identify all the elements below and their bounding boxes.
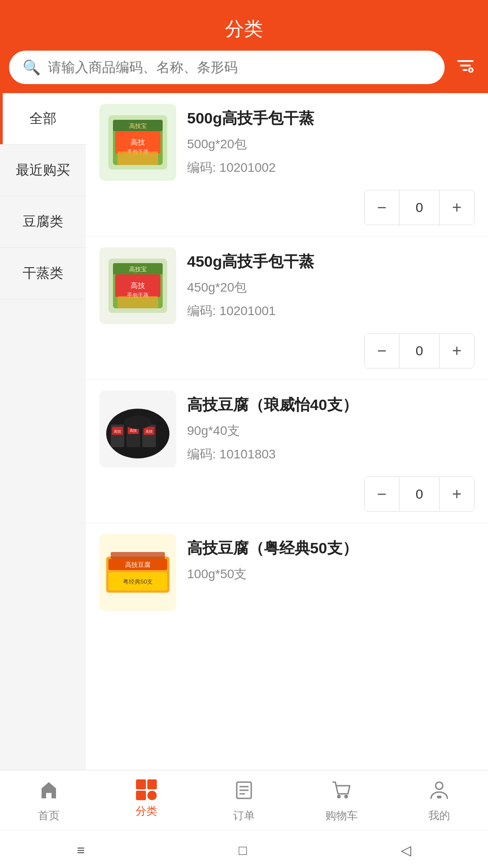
- bottom-nav: 首页 分类 订单: [0, 770, 488, 868]
- product-info: 500g高技手包干蒸 500g*20包 编码: 10201002: [187, 104, 474, 181]
- search-input[interactable]: [48, 60, 431, 75]
- qty-minus-button[interactable]: −: [365, 190, 399, 225]
- product-spec: 450g*20包: [187, 279, 474, 296]
- qty-control: − 0 +: [364, 476, 474, 512]
- svg-text:高技: 高技: [131, 138, 145, 146]
- product-image: 高技 手包干蒸 高技宝: [99, 104, 176, 181]
- product-controls: − 0 +: [99, 476, 474, 512]
- search-icon: 🔍: [23, 59, 41, 76]
- product-controls: − 0 +: [99, 190, 474, 225]
- svg-text:高技: 高技: [145, 429, 153, 434]
- product-controls: − 0 +: [99, 333, 474, 368]
- qty-control: − 0 +: [364, 190, 474, 225]
- nav-bar: 首页 分类 订单: [0, 770, 488, 830]
- product-name: 高技豆腐（琅威怡40支）: [187, 394, 474, 416]
- qty-plus-button[interactable]: +: [440, 334, 474, 368]
- product-name: 高技豆腐（粤经典50支）: [187, 538, 474, 559]
- list-item: 高技豆腐 粤经典50支 高技豆腐（粤经典50支） 100g*50支: [86, 523, 488, 631]
- qty-plus-button[interactable]: +: [440, 477, 474, 511]
- product-top: 高技 手包干蒸 高技宝 450g高技手包干蒸 450g*20包 编码: 1020…: [99, 247, 474, 324]
- svg-rect-42: [111, 552, 165, 559]
- category-icon: [136, 779, 157, 800]
- order-icon: [233, 779, 255, 805]
- svg-rect-14: [117, 151, 158, 165]
- nav-label-mine: 我的: [428, 808, 450, 823]
- android-home-button[interactable]: □: [230, 839, 256, 862]
- qty-minus-button[interactable]: −: [365, 477, 399, 511]
- sidebar-item-tofu[interactable]: 豆腐类: [0, 196, 86, 248]
- page-title: 分类: [9, 16, 479, 42]
- product-code: 编码: 10201002: [187, 159, 474, 176]
- product-spec: 500g*20包: [187, 136, 474, 153]
- svg-text:高技: 高技: [131, 282, 145, 289]
- svg-point-48: [344, 795, 348, 798]
- list-item: 高技 手包干蒸 高技宝 500g高技手包干蒸 500g*20包 编码: 1020…: [86, 93, 488, 236]
- qty-value: 0: [399, 477, 440, 511]
- svg-point-47: [337, 795, 341, 798]
- svg-text:粤经典50支: 粤经典50支: [123, 578, 153, 585]
- product-image: 高技 高技 高技: [99, 391, 176, 467]
- product-info: 450g高技手包干蒸 450g*20包 编码: 10201001: [187, 247, 474, 324]
- android-nav: ≡ □ ◁: [0, 830, 488, 868]
- nav-label-cart: 购物车: [325, 808, 358, 823]
- nav-item-mine[interactable]: 我的: [417, 779, 462, 823]
- product-name: 450g高技手包干蒸: [187, 251, 474, 273]
- list-item: 高技 高技 高技 高技豆腐（琅威怡40支） 90g*40支 编码: 101018…: [86, 380, 488, 523]
- android-menu-button[interactable]: ≡: [68, 839, 94, 862]
- product-code: 编码: 10201001: [187, 302, 474, 320]
- search-input-wrap[interactable]: 🔍: [9, 51, 445, 84]
- nav-item-order[interactable]: 订单: [221, 779, 267, 823]
- product-spec: 100g*50支: [187, 566, 474, 583]
- svg-point-49: [436, 782, 443, 789]
- main-layout: 全部 最近购买 豆腐类 干蒸类 高技 手包干蒸: [0, 93, 488, 826]
- svg-rect-50: [437, 796, 441, 798]
- sidebar: 全部 最近购买 豆腐类 干蒸类: [0, 93, 86, 826]
- qty-value: 0: [399, 190, 440, 225]
- header: 分类 🔍: [0, 0, 488, 93]
- filter-button[interactable]: [452, 52, 479, 83]
- filter-icon: [455, 59, 475, 79]
- android-back-button[interactable]: ◁: [392, 839, 420, 862]
- list-item: 高技 手包干蒸 高技宝 450g高技手包干蒸 450g*20包 编码: 1020…: [86, 236, 488, 380]
- product-code: 编码: 10101803: [187, 446, 474, 463]
- product-top: 高技 手包干蒸 高技宝 500g高技手包干蒸 500g*20包 编码: 1020…: [99, 104, 474, 181]
- svg-rect-1: [460, 65, 471, 66]
- svg-text:高技: 高技: [130, 429, 137, 433]
- home-icon: [38, 779, 60, 805]
- qty-value: 0: [399, 334, 440, 368]
- svg-text:高技: 高技: [114, 429, 121, 434]
- product-image: 高技豆腐 粤经典50支: [99, 534, 176, 611]
- product-info: 高技豆腐（粤经典50支） 100g*50支: [187, 534, 474, 611]
- svg-text:高技豆腐: 高技豆腐: [125, 561, 150, 568]
- svg-text:高技宝: 高技宝: [129, 266, 147, 273]
- product-top: 高技豆腐 粤经典50支 高技豆腐（粤经典50支） 100g*50支: [99, 534, 474, 611]
- sidebar-item-all[interactable]: 全部: [0, 93, 86, 145]
- nav-item-home[interactable]: 首页: [26, 779, 71, 823]
- svg-rect-0: [457, 60, 474, 62]
- svg-rect-23: [117, 296, 158, 308]
- nav-label-home: 首页: [38, 808, 60, 823]
- nav-item-cart[interactable]: 购物车: [319, 779, 364, 823]
- search-bar: 🔍: [9, 51, 479, 84]
- qty-minus-button[interactable]: −: [365, 334, 399, 368]
- sidebar-item-dim-sum[interactable]: 干蒸类: [0, 248, 86, 299]
- qty-control: − 0 +: [364, 333, 474, 368]
- svg-text:高技宝: 高技宝: [129, 123, 147, 129]
- nav-label-category: 分类: [136, 804, 157, 818]
- product-top: 高技 高技 高技 高技豆腐（琅威怡40支） 90g*40支 编码: 101018…: [99, 391, 474, 467]
- qty-plus-button[interactable]: +: [440, 190, 474, 225]
- sidebar-item-recent[interactable]: 最近购买: [0, 145, 86, 196]
- product-list: 高技 手包干蒸 高技宝 500g高技手包干蒸 500g*20包 编码: 1020…: [86, 93, 488, 826]
- product-name: 500g高技手包干蒸: [187, 108, 474, 129]
- product-image: 高技 手包干蒸 高技宝: [99, 247, 176, 324]
- product-info: 高技豆腐（琅威怡40支） 90g*40支 编码: 10101803: [187, 391, 474, 467]
- product-spec: 90g*40支: [187, 422, 474, 439]
- svg-point-35: [124, 415, 151, 429]
- nav-label-order: 订单: [233, 808, 255, 823]
- user-icon: [428, 779, 450, 805]
- cart-icon: [331, 779, 352, 805]
- nav-item-category[interactable]: 分类: [124, 779, 169, 823]
